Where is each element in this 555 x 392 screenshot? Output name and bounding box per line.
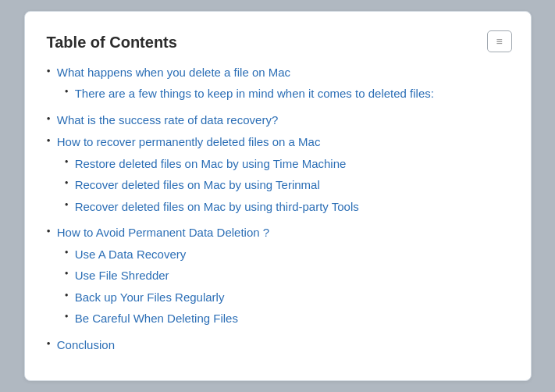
toc-link-item-5[interactable]: Conclusion xyxy=(57,337,506,355)
toc-sub-link-sub-3-3[interactable]: Recover deleted files on Mac by using th… xyxy=(75,198,359,216)
toc-title: Table of Contents xyxy=(47,34,506,52)
toc-sub-link-sub-3-1[interactable]: Restore deleted files on Mac by using Ti… xyxy=(75,155,347,173)
toc-sub-list: Use A Data RecoveryUse File ShredderBack… xyxy=(65,246,506,332)
toc-sub-link-sub-4-1[interactable]: Use A Data Recovery xyxy=(75,246,187,264)
toc-list-item: Conclusion xyxy=(47,337,506,355)
toc-link-item-2[interactable]: What is the success rate of data recover… xyxy=(57,112,506,130)
toc-sub-list-item: Be Careful When Deleting Files xyxy=(65,310,506,328)
toc-link-item-4[interactable]: How to Avoid Permanent Data Deletion ? xyxy=(57,224,506,242)
toc-list-item: What happens when you delete a file on M… xyxy=(47,64,506,107)
toc-sub-list-item: Use A Data Recovery xyxy=(65,246,506,264)
toc-sub-link-sub-4-2[interactable]: Use File Shredder xyxy=(75,267,169,285)
toc-sub-list-item: Restore deleted files on Mac by using Ti… xyxy=(65,155,506,173)
toc-card: Table of Contents ≡ What happens when yo… xyxy=(24,11,532,382)
toc-list-item: How to Avoid Permanent Data Deletion ?Us… xyxy=(47,224,506,332)
toc-list-item: What is the success rate of data recover… xyxy=(47,112,506,130)
toggle-button[interactable]: ≡ xyxy=(487,30,512,52)
toc-link-item-3[interactable]: How to recover permanently deleted files… xyxy=(57,134,506,151)
toc-sub-link-sub-4-4[interactable]: Be Careful When Deleting Files xyxy=(75,310,238,328)
toc-sub-list-item: Back up Your Files Regularly xyxy=(65,289,506,307)
toc-sub-link-sub-4-3[interactable]: Back up Your Files Regularly xyxy=(75,289,225,307)
toc-sub-list-item: Recover deleted files on Mac by using th… xyxy=(65,198,506,216)
toc-link-item-1[interactable]: What happens when you delete a file on M… xyxy=(57,64,506,82)
toc-sub-list: There are a few things to keep in mind w… xyxy=(65,85,506,107)
toc-sub-link-sub-3-2[interactable]: Recover deleted files on Mac by using Te… xyxy=(75,176,320,194)
toc-sub-list-item: Use File Shredder xyxy=(65,267,506,285)
toc-sub-link-sub-1-1[interactable]: There are a few things to keep in mind w… xyxy=(75,85,434,103)
toc-sub-list-item: Recover deleted files on Mac by using Te… xyxy=(65,176,506,194)
toc-list-item: How to recover permanently deleted files… xyxy=(47,134,506,219)
toc-sub-list: Restore deleted files on Mac by using Ti… xyxy=(65,155,506,220)
toc-sub-list-item: There are a few things to keep in mind w… xyxy=(65,85,506,103)
toc-list: What happens when you delete a file on M… xyxy=(47,64,506,355)
